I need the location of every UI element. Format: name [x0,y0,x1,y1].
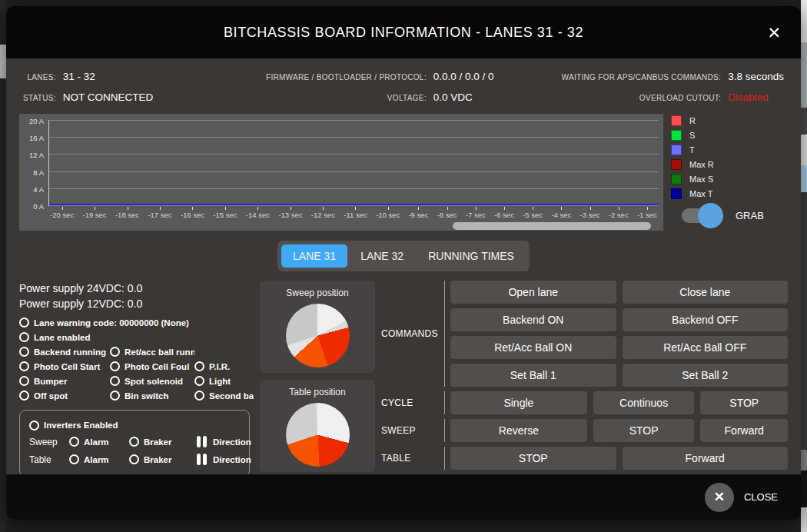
control-section-cycle: CYCLESingleContinuosSTOP [381,391,788,414]
legend-swatch [671,159,682,170]
table-position-title: Table position [260,387,375,397]
status-indicator-label: Alarm [84,437,109,447]
radio-indicator-icon [69,454,79,464]
dialog-header: BITCHASSIS BOARD INFORMATION - LANES 31 … [6,6,801,58]
overload-cutout-value: Disabled [728,91,784,103]
sweep-position-title: Sweep position [260,288,375,298]
y-axis-tick: 4 A [33,185,44,193]
status-indicator: Photo Cell Foul [110,361,194,371]
close-x-icon: ✕ [714,489,725,505]
legend-item: Max T [671,188,788,199]
status-row: BumperSpot solenoidLight [19,374,254,388]
legend-label: Max T [689,189,712,198]
radio-indicator-icon [19,376,29,386]
status-label: STATUS: [23,94,56,102]
background-page-fragment [801,42,807,108]
inverter-row: TableAlarmBrakerDirection [29,451,241,468]
lane-tabs: LANE 31LANE 32RUNNING TIMES [277,241,530,271]
legend-item: S [671,130,788,141]
cycle-single-button[interactable]: Single [450,391,587,414]
commands-set-ball-2-button[interactable]: Set Ball 2 [623,364,789,387]
x-axis-tick: -14 sec [246,207,270,219]
legend-swatch [671,115,682,126]
board-information-dialog: BITCHASSIS BOARD INFORMATION - LANES 31 … [6,6,801,520]
background-page-fragment [801,507,807,532]
status-row: Backend runningRet/acc ball running [19,344,254,359]
y-axis-tick: 8 A [33,168,44,176]
commands-open-lane-button[interactable]: Open lane [450,281,616,304]
cycle-stop-button[interactable]: STOP [700,391,788,414]
direction-indicator: Direction [197,436,251,447]
status-indicator: Light [194,376,254,386]
status-indicator-label: Bin switch [125,391,169,401]
direction-bar [197,454,201,465]
x-axis-tick: -7 sec [466,207,486,219]
tab-running-times[interactable]: RUNNING TIMES [417,244,526,268]
control-buttons: ReverseSTOPForward [450,419,788,442]
x-axis-tick: -4 sec [551,207,571,219]
status-indicator: Backend running [19,347,110,357]
section-divider [444,281,445,387]
commands-ret-acc-ball-off-button[interactable]: Ret/Acc Ball OFF [623,336,789,359]
sweep-forward-button[interactable]: Forward [700,419,788,442]
status-indicator-label: Photo Cell Foul [125,362,189,371]
x-axis-tick: -6 sec [494,207,514,219]
legend-swatch [671,145,682,155]
commands-close-lane-button[interactable]: Close lane [623,281,789,304]
section-divider [444,419,445,442]
sweep-stop-button[interactable]: STOP [593,419,695,442]
sweep-position-panel: Sweep position [260,281,375,373]
inverter-row: SweepAlarmBrakerDirection [29,433,241,451]
x-axis-tick: -12 sec [311,207,335,219]
close-icon[interactable]: ✕ [767,25,781,41]
radio-indicator-icon [110,347,120,357]
status-indicator: P.I.R. [194,361,254,371]
inverter-row-label: Table [29,454,69,465]
status-indicator: Spot solenoid [110,376,194,386]
x-axis-tick: -18 sec [115,207,139,219]
status-indicator-label: Backend running [34,347,106,357]
status-row: Off spotBin switchSecond ball [19,388,254,403]
x-axis-tick: -2 sec [609,207,629,219]
y-axis-tick: 12 A [29,151,44,159]
status-indicator-label: Ret/acc ball running [125,347,194,357]
commands-set-ball-1-button[interactable]: Set Ball 1 [450,364,616,387]
tab-lane-31[interactable]: LANE 31 [281,244,347,268]
close-button-label[interactable]: CLOSE [744,491,778,503]
commands-backend-off-button[interactable]: Backend OFF [623,308,789,331]
radio-indicator-icon [19,318,29,328]
table-stop-button[interactable]: STOP [450,447,616,470]
control-section-label: COMMANDS [381,281,444,387]
grab-toggle-knob[interactable] [698,203,723,228]
control-section-label: SWEEP [381,419,444,442]
x-axis-tick: -19 sec [82,207,106,219]
cycle-continuos-button[interactable]: Continuos [593,391,695,414]
x-axis-tick: -10 sec [376,207,400,219]
gridline [49,137,659,138]
radio-indicator-icon [110,391,120,401]
table-position-pie [286,403,350,467]
tab-lane-32[interactable]: LANE 32 [349,244,415,268]
radio-indicator-icon [129,437,139,447]
grab-toggle[interactable] [682,208,717,223]
table-forward-button[interactable]: Forward [623,447,789,470]
waiting-commands-label: WAITING FOR APS/CANBUS COMMANDS: [562,73,722,81]
legend-item: T [671,145,788,155]
close-button[interactable]: ✕ [705,483,734,512]
background-page-fragment [801,108,807,135]
firmware-label: FIRMWARE / BOOTLOADER / PROTOCOL: [266,73,427,81]
background-scrollbar-fragment[interactable] [801,450,807,470]
status-indicator-label: Photo Cell Start [34,362,100,371]
chart-plot-area [48,120,659,206]
gridline [49,171,659,172]
chart-scrollbar[interactable] [453,222,651,230]
legend-swatch [671,130,682,141]
commands-backend-on-button[interactable]: Backend ON [450,308,616,331]
background-page-fragment [0,45,6,78]
commands-ret-acc-ball-on-button[interactable]: Ret/Acc Ball ON [450,336,616,359]
control-buttons: SingleContinuosSTOP [450,391,788,414]
radio-indicator-icon [110,376,120,386]
gridline [49,188,659,189]
sweep-reverse-button[interactable]: Reverse [450,419,587,442]
dialog-footer: ✕ CLOSE [6,474,801,520]
